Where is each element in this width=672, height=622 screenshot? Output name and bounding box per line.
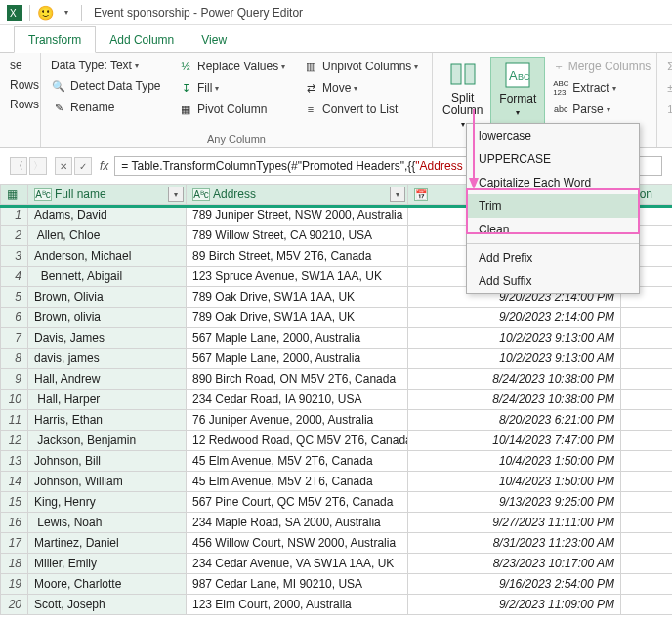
- cell-extra[interactable]: [621, 328, 673, 349]
- cell-registered[interactable]: 8/23/2023 10:17:00 AM: [436, 554, 621, 574]
- menu-add-suffix[interactable]: Add Suffix: [467, 270, 639, 293]
- column-filter-icon[interactable]: ▾: [390, 187, 405, 202]
- cell-fullname[interactable]: Anderson, Michael: [28, 246, 187, 267]
- rows-button-2[interactable]: Rows: [6, 96, 34, 113]
- cell-fullname[interactable]: Jackson, Benjamin: [28, 431, 187, 451]
- cell-address[interactable]: 89 Birch Street, M5V 2T6, Canada: [187, 246, 408, 267]
- convert-to-list-button[interactable]: ≡Convert to List: [299, 100, 426, 119]
- cell-address[interactable]: 12 Redwood Road, QC M5V 2T6, Canada: [187, 431, 408, 451]
- cell-hidden[interactable]: [408, 513, 436, 533]
- cell-registered[interactable]: 9/13/2023 9:25:00 PM: [436, 492, 621, 513]
- cell-extra[interactable]: [621, 451, 673, 472]
- replace-values-button[interactable]: ½Replace Values▾: [174, 57, 299, 76]
- cell-hidden[interactable]: [408, 267, 436, 287]
- cell-hidden[interactable]: [408, 349, 436, 369]
- table-row[interactable]: 20Scott, Joseph123 Elm Court, 2000, Aust…: [1, 595, 673, 615]
- menu-trim[interactable]: Trim: [467, 194, 639, 218]
- cell-address[interactable]: 890 Birch Road, ON M5V 2T6, Canada: [187, 369, 408, 390]
- table-row[interactable]: 11Harris, Ethan76 Juniper Avenue, 2000, …: [1, 410, 673, 431]
- cell-address[interactable]: 123 Elm Court, 2000, Australia: [187, 595, 408, 615]
- fill-button[interactable]: ↧Fill▾: [174, 78, 299, 98]
- cell-extra[interactable]: [621, 574, 673, 595]
- cell-fullname[interactable]: Hall, Harper: [28, 390, 187, 410]
- cell-address[interactable]: 234 Maple Road, SA 2000, Australia: [187, 513, 408, 533]
- select-all-corner[interactable]: ▦: [1, 185, 28, 205]
- cell-extra[interactable]: [621, 492, 673, 513]
- tab-view[interactable]: View: [188, 27, 240, 52]
- tab-add-column[interactable]: Add Column: [96, 27, 188, 52]
- qat-dropdown-icon[interactable]: ▾: [59, 5, 74, 21]
- table-row[interactable]: 9Hall, Andrew890 Birch Road, ON M5V 2T6,…: [1, 369, 673, 390]
- cell-address[interactable]: 234 Cedar Avenue, VA SW1A 1AA, UK: [187, 554, 408, 574]
- table-row[interactable]: 18Miller, Emily234 Cedar Avenue, VA SW1A…: [1, 554, 673, 574]
- cell-address[interactable]: 123 Spruce Avenue, SW1A 1AA, UK: [187, 267, 408, 287]
- cell-address[interactable]: 567 Pine Court, QC M5V 2T6, Canada: [187, 492, 408, 513]
- cell-registered[interactable]: 8/20/2023 6:21:00 PM: [436, 410, 621, 431]
- cell-hidden[interactable]: [408, 431, 436, 451]
- table-row[interactable]: 13Johnson, Bill45 Elm Avenue, M5V 2T6, C…: [1, 451, 673, 472]
- standard-button[interactable]: ±Standard: [663, 78, 672, 98]
- cell-extra[interactable]: [621, 554, 673, 574]
- column-header-obscured[interactable]: 📅: [408, 185, 436, 205]
- table-row[interactable]: 19Moore, Charlotte987 Cedar Lane, MI 902…: [1, 574, 673, 595]
- cell-fullname[interactable]: Brown, Olivia: [28, 287, 187, 308]
- cancel-formula-button[interactable]: ✕: [55, 157, 72, 175]
- merge-columns-button[interactable]: ⫟Merge Columns: [549, 57, 654, 76]
- cell-registered[interactable]: 10/4/2023 1:50:00 PM: [436, 472, 621, 492]
- cell-extra[interactable]: [621, 431, 673, 451]
- cell-address[interactable]: 76 Juniper Avenue, 2000, Australia: [187, 410, 408, 431]
- cell-extra[interactable]: [621, 369, 673, 390]
- cell-fullname[interactable]: Martinez, Daniel: [28, 533, 187, 554]
- cell-fullname[interactable]: Moore, Charlotte: [28, 574, 187, 595]
- formula-prev-button[interactable]: 〈: [10, 157, 27, 175]
- cell-hidden[interactable]: [408, 287, 436, 308]
- extract-button[interactable]: ABC123Extract▾: [549, 78, 654, 98]
- cell-registered[interactable]: 10/2/2023 9:13:00 AM: [436, 328, 621, 349]
- cell-fullname[interactable]: Miller, Emily: [28, 554, 187, 574]
- cell-extra[interactable]: [621, 390, 673, 410]
- cell-hidden[interactable]: [408, 574, 436, 595]
- cell-hidden[interactable]: [408, 226, 436, 246]
- cell-fullname[interactable]: Allen, Chloe: [28, 226, 187, 246]
- cell-fullname[interactable]: Brown, olivia: [28, 308, 187, 328]
- scientific-button[interactable]: 10ⁿScientific: [663, 100, 672, 119]
- table-row[interactable]: 8davis, james567 Maple Lane, 2000, Austr…: [1, 349, 673, 369]
- data-type-button[interactable]: Data Type: Text▾: [47, 57, 174, 74]
- menu-uppercase[interactable]: UPPERCASE: [467, 147, 639, 171]
- cell-fullname[interactable]: Scott, Joseph: [28, 595, 187, 615]
- cell-registered[interactable]: 9/27/2023 11:11:00 PM: [436, 513, 621, 533]
- cell-hidden[interactable]: [408, 328, 436, 349]
- cell-address[interactable]: 789 Willow Street, CA 90210, USA: [187, 226, 408, 246]
- statistics-button[interactable]: ΣStatistics: [663, 57, 672, 76]
- cell-fullname[interactable]: Lewis, Noah: [28, 513, 187, 533]
- cell-fullname[interactable]: Johnson, William: [28, 472, 187, 492]
- cell-address[interactable]: 567 Maple Lane, 2000, Australia: [187, 349, 408, 369]
- cell-fullname[interactable]: Davis, James: [28, 328, 187, 349]
- table-row[interactable]: 12 Jackson, Benjamin12 Redwood Road, QC …: [1, 431, 673, 451]
- menu-add-prefix[interactable]: Add Prefix: [467, 246, 639, 270]
- cell-fullname[interactable]: davis, james: [28, 349, 187, 369]
- cell-extra[interactable]: [621, 410, 673, 431]
- table-row[interactable]: 15King, Henry567 Pine Court, QC M5V 2T6,…: [1, 492, 673, 513]
- cell-fullname[interactable]: Hall, Andrew: [28, 369, 187, 390]
- cell-extra[interactable]: [621, 308, 673, 328]
- truncated-button[interactable]: se: [6, 57, 34, 74]
- cell-hidden[interactable]: [408, 472, 436, 492]
- cell-registered[interactable]: 9/2/2023 11:09:00 PM: [436, 595, 621, 615]
- detect-data-type-button[interactable]: 🔍Detect Data Type: [47, 76, 174, 96]
- parse-button[interactable]: abcParse▾: [549, 100, 654, 119]
- cell-fullname[interactable]: King, Henry: [28, 492, 187, 513]
- column-header-address[interactable]: AᴮcAddress▾: [187, 185, 408, 205]
- column-header-fullname[interactable]: AᴮcFull name▾: [28, 185, 187, 205]
- cell-registered[interactable]: 10/2/2023 9:13:00 AM: [436, 349, 621, 369]
- cell-hidden[interactable]: [408, 451, 436, 472]
- cell-registered[interactable]: 9/16/2023 2:54:00 PM: [436, 574, 621, 595]
- cell-extra[interactable]: [621, 533, 673, 554]
- cell-hidden[interactable]: [408, 308, 436, 328]
- cell-registered[interactable]: 8/24/2023 10:38:00 PM: [436, 390, 621, 410]
- cell-hidden[interactable]: [408, 369, 436, 390]
- table-row[interactable]: 10 Hall, Harper234 Cedar Road, IA 90210,…: [1, 390, 673, 410]
- cell-address[interactable]: 456 Willow Court, NSW 2000, Australia: [187, 533, 408, 554]
- column-filter-icon[interactable]: ▾: [168, 187, 184, 202]
- table-row[interactable]: 17Martinez, Daniel456 Willow Court, NSW …: [1, 533, 673, 554]
